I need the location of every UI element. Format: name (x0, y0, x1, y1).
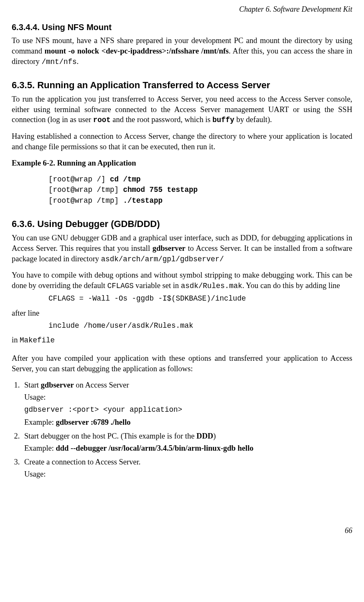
cmd: ./testapp (123, 196, 163, 205)
step-2: Start debugger on the host PC. (This exa… (22, 431, 352, 454)
code-line-cflags: CFLAGS = -Wall -Os -ggdb -I$(SDKBASE)/in… (48, 294, 352, 304)
usage-label: Usage: (24, 469, 352, 480)
heading-6-3-5: 6.3.5. Running an Application Transferre… (12, 79, 352, 92)
text: . You can do this by adding line (242, 281, 340, 290)
prompt: [root@wrap /] (48, 175, 110, 184)
text: . (76, 57, 79, 66)
text: Start debugger on the host PC. (This exa… (24, 432, 196, 440)
prompt: [root@wrap /tmp] (48, 196, 123, 205)
code-line-include: include /home/user/asdk/Rules.mak (48, 321, 352, 331)
file-mono: Makefile (20, 336, 55, 344)
usage-code: gdbserver :<port> <your application> (24, 405, 352, 415)
path-mono: asdk/Rules.mak (181, 282, 242, 290)
in-makefile: in Makefile (12, 335, 352, 346)
user-mono: root (93, 116, 111, 124)
paragraph: Having established a connection to Acces… (12, 131, 352, 152)
usage-label: Usage: (24, 392, 352, 403)
password-mono: buffy (212, 116, 234, 124)
var-mono: CFLAGS (107, 282, 134, 290)
page-number: 66 (12, 525, 352, 536)
paragraph: You can use GNU debugger GDB and a graph… (12, 233, 352, 265)
text: Example: (24, 418, 56, 426)
heading-6-3-4-4: 6.3.4.4. Using NFS Mount (12, 22, 352, 33)
command-bold: mount -o nolock <dev-pc-ipaddress>:/nfss… (45, 47, 229, 55)
path-mono: /mnt/nfs (41, 58, 76, 66)
bold: DDD (196, 432, 213, 440)
paragraph: To use NFS mount, have a NFS share prepa… (12, 36, 352, 67)
bold: gdbserver (153, 244, 186, 253)
text: and the root password, which is (111, 115, 213, 124)
running-header: Chapter 6. Software Development Kit (12, 4, 352, 14)
text: variable set in (134, 281, 181, 290)
heading-6-3-6: 6.3.6. Using Debugger (GDB/DDD) (12, 218, 352, 230)
after-line-label: after line (12, 308, 352, 319)
cmd: chmod 755 testapp (123, 186, 198, 194)
bold: gdbserver :6789 ./hello (56, 418, 131, 426)
paragraph: To run the application you just transfer… (12, 94, 352, 126)
example-line: Example: gdbserver :6789 ./hello (24, 417, 352, 428)
steps-list: Start gdbserver on Access Server Usage: … (12, 380, 352, 480)
step-1: Start gdbserver on Access Server Usage: … (22, 380, 352, 428)
text: Example: (24, 444, 56, 452)
text: on Access Server (74, 381, 129, 389)
text: Start (24, 381, 41, 389)
prompt: [root@wrap /tmp] (48, 186, 123, 194)
text: ) (213, 432, 216, 440)
text: by default). (234, 115, 272, 124)
text: Create a connection to Access Server. (24, 458, 140, 466)
example-title: Example 6-2. Running an Application (12, 158, 352, 168)
code-block-example: [root@wrap /] cd /tmp [root@wrap /tmp] c… (48, 174, 352, 206)
path-mono: asdk/arch/arm/gpl/gdbserver/ (101, 255, 224, 263)
bold: gdbserver (41, 381, 74, 389)
example-line: Example: ddd --debugger /usr/local/arm/3… (24, 443, 352, 454)
cmd: cd /tmp (110, 175, 141, 184)
text: in (12, 336, 20, 344)
paragraph: After you have compiled your application… (12, 353, 352, 374)
paragraph: You have to compile with debug options a… (12, 270, 352, 291)
step-3: Create a connection to Access Server. Us… (22, 457, 352, 480)
bold: ddd --debugger /usr/local/arm/3.4.5/bin/… (56, 444, 254, 452)
